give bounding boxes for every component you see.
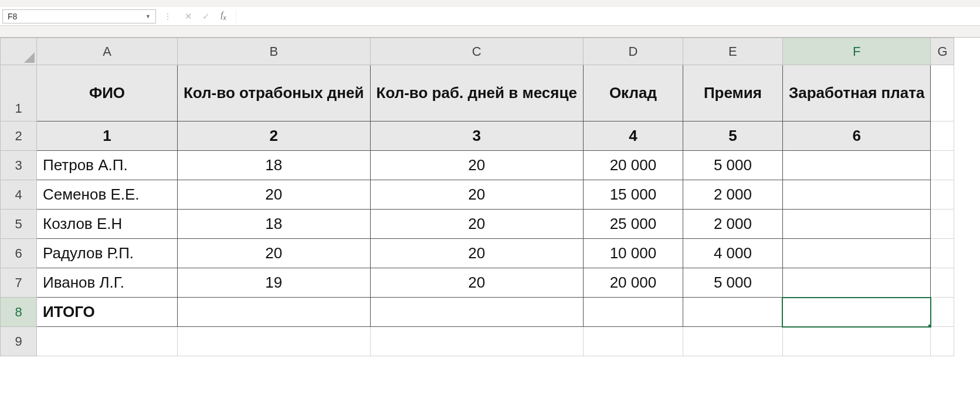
col-header-a[interactable]: A (37, 38, 178, 65)
cell-a3[interactable]: Петров А.П. (37, 151, 178, 180)
cell-e9[interactable] (683, 327, 782, 356)
cell-c2[interactable]: 3 (370, 122, 583, 151)
row-header-9[interactable]: 9 (1, 327, 37, 356)
col-header-b[interactable]: B (178, 38, 371, 65)
cell-d3[interactable]: 20 000 (583, 151, 683, 180)
cell-d5[interactable]: 25 000 (583, 210, 683, 239)
row-header-1[interactable]: 1 (1, 65, 37, 122)
formula-input[interactable] (236, 9, 980, 23)
cell-g6[interactable] (931, 239, 954, 268)
cell-g7[interactable] (931, 268, 954, 298)
cell-e3[interactable]: 5 000 (683, 151, 782, 180)
cell-f2[interactable]: 6 (782, 122, 931, 151)
col-header-f[interactable]: F (782, 38, 931, 65)
cell-c5[interactable]: 20 (370, 210, 583, 239)
cell-d9[interactable] (583, 327, 683, 356)
cell-b1[interactable]: Кол-во отрабоных дней (178, 65, 371, 122)
cell-c8[interactable] (370, 298, 583, 327)
cell-e4[interactable]: 2 000 (683, 180, 782, 210)
col-header-c[interactable]: C (370, 38, 583, 65)
cell-e1[interactable]: Премия (683, 65, 782, 122)
col-header-e[interactable]: E (683, 38, 782, 65)
cell-g9[interactable] (931, 327, 954, 356)
cell-c4[interactable]: 20 (370, 180, 583, 210)
cell-g3[interactable] (931, 151, 954, 180)
cell-g5[interactable] (931, 210, 954, 239)
cell-f6[interactable] (782, 239, 931, 268)
cell-f8[interactable] (782, 298, 931, 327)
cell-b8[interactable] (178, 298, 371, 327)
cell-a4[interactable]: Семенов Е.Е. (37, 180, 178, 210)
cell-e5[interactable]: 2 000 (683, 210, 782, 239)
row-header-8[interactable]: 8 (1, 298, 37, 327)
row-header-4[interactable]: 4 (1, 180, 37, 210)
cell-a1[interactable]: ФИО (37, 65, 178, 122)
col-header-d[interactable]: D (583, 38, 683, 65)
cell-c7[interactable]: 20 (370, 268, 583, 298)
cell-g1[interactable] (931, 65, 954, 122)
formula-bar-separator: ⋮ (156, 12, 179, 21)
cell-f5[interactable] (782, 210, 931, 239)
cell-d7[interactable]: 20 000 (583, 268, 683, 298)
cell-c6[interactable]: 20 (370, 239, 583, 268)
name-box-value: F8 (8, 12, 17, 21)
cell-e8[interactable] (683, 298, 782, 327)
row-header-6[interactable]: 6 (1, 239, 37, 268)
cell-a2[interactable]: 1 (37, 122, 178, 151)
cell-c1[interactable]: Кол-во раб. дней в месяце (370, 65, 583, 122)
ribbon-group-labels (0, 0, 980, 7)
cell-e7[interactable]: 5 000 (683, 268, 782, 298)
formula-bar-row: F8 ▼ ⋮ ✕ ✓ fx (0, 7, 980, 26)
cell-d4[interactable]: 15 000 (583, 180, 683, 210)
cell-c9[interactable] (370, 327, 583, 356)
cell-a9[interactable] (37, 327, 178, 356)
cell-b9[interactable] (178, 327, 371, 356)
cell-f4[interactable] (782, 180, 931, 210)
cell-a8[interactable]: ИТОГО (37, 298, 178, 327)
cell-e6[interactable]: 4 000 (683, 239, 782, 268)
row-header-7[interactable]: 7 (1, 268, 37, 298)
cell-b2[interactable]: 2 (178, 122, 371, 151)
row-header-5[interactable]: 5 (1, 210, 37, 239)
cell-d6[interactable]: 10 000 (583, 239, 683, 268)
chevron-down-icon[interactable]: ▼ (145, 14, 151, 19)
cell-g2[interactable] (931, 122, 954, 151)
cell-f7[interactable] (782, 268, 931, 298)
cell-f9[interactable] (782, 327, 931, 356)
cell-b5[interactable]: 18 (178, 210, 371, 239)
cancel-icon: ✕ (179, 9, 197, 23)
cell-d8[interactable] (583, 298, 683, 327)
cell-g8[interactable] (931, 298, 954, 327)
cell-f1[interactable]: Заработная плата (782, 65, 931, 122)
cell-a6[interactable]: Радулов Р.П. (37, 239, 178, 268)
select-all-corner[interactable] (1, 38, 37, 65)
cell-b6[interactable]: 20 (178, 239, 371, 268)
cell-a5[interactable]: Козлов Е.Н (37, 210, 178, 239)
row-header-3[interactable]: 3 (1, 151, 37, 180)
fx-icon[interactable]: fx (215, 9, 232, 23)
cell-b3[interactable]: 18 (178, 151, 371, 180)
cell-f3[interactable] (782, 151, 931, 180)
enter-icon: ✓ (197, 9, 215, 23)
cell-b4[interactable]: 20 (178, 180, 371, 210)
cell-a7[interactable]: Иванов Л.Г. (37, 268, 178, 298)
cell-c3[interactable]: 20 (370, 151, 583, 180)
spreadsheet-grid[interactable]: A B C D E F G 1 ФИО Кол-во отрабоных дне… (0, 38, 980, 356)
cell-b7[interactable]: 19 (178, 268, 371, 298)
col-header-g[interactable]: G (931, 38, 954, 65)
cell-g4[interactable] (931, 180, 954, 210)
name-box[interactable]: F8 ▼ (2, 9, 156, 23)
cell-d1[interactable]: Оклад (583, 65, 683, 122)
cell-e2[interactable]: 5 (683, 122, 782, 151)
row-header-2[interactable]: 2 (1, 122, 37, 151)
ribbon-gap (0, 26, 980, 38)
cell-d2[interactable]: 4 (583, 122, 683, 151)
